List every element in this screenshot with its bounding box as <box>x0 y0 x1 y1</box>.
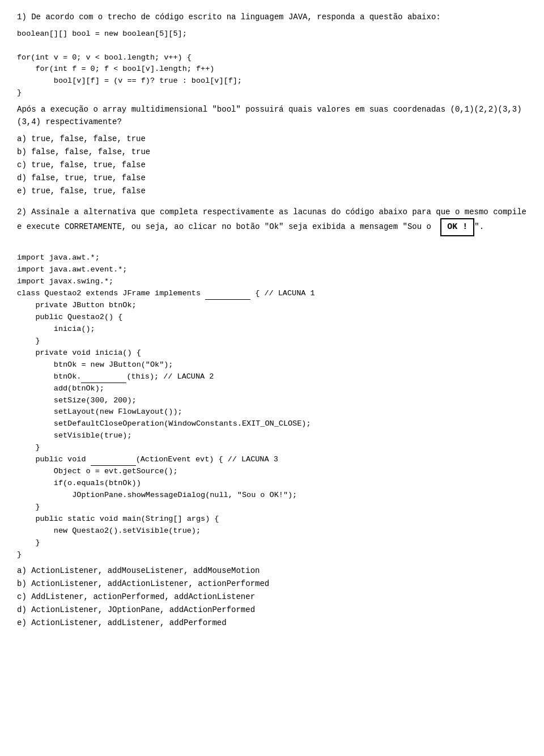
question-2-options: a) ActionListener, addMouseListener, add… <box>17 565 527 629</box>
q2-code-line-12: btnOk.(this); // LACUNA 2 <box>17 371 527 383</box>
question-2: 2) Assinale a alternativa que completa r… <box>17 206 527 630</box>
question-1-intro: 1) De acordo com o trecho de código escr… <box>17 11 527 24</box>
q2-code-line-7: public Questao2() { <box>17 312 527 324</box>
q2-code-line-1 <box>17 241 527 253</box>
question-1-option-a: a) true, false, false, true <box>17 133 527 145</box>
q2-code-line-8: inicia(); <box>17 324 527 335</box>
question-2-code: import java.awt.*; import java.awt.event… <box>17 241 527 561</box>
q2-code-line-19: public void (ActionEvent evt) { // LACUN… <box>17 454 527 466</box>
question-2-intro: 2) Assinale a alternativa que completa r… <box>17 206 527 236</box>
question-2-option-d: d) ActionListener, JOptionPane, addActio… <box>17 604 527 616</box>
q2-code-line-27: } <box>17 549 527 561</box>
q2-code-line-23: } <box>17 502 527 513</box>
code-line-blank <box>17 40 527 52</box>
q2-code-line-11: btnOk = new JButton("Ok"); <box>17 359 527 371</box>
q2-code-line-21: if(o.equals(btnOk)) <box>17 478 527 490</box>
question-1-option-c: c) true, false, true, false <box>17 159 527 171</box>
q2-code-line-14: setSize(300, 200); <box>17 395 527 407</box>
question-1-option-e: e) true, false, true, false <box>17 185 527 197</box>
q2-code-line-13: add(btnOk); <box>17 383 527 395</box>
code-line-4: bool[v][f] = (v == f)? true : bool[v][f]… <box>17 75 527 87</box>
q2-code-line-2: import java.awt.*; <box>17 252 527 264</box>
q2-code-line-17: setVisible(true); <box>17 430 527 442</box>
code-line-1: boolean[][] bool = new boolean[5][5]; <box>17 28 527 40</box>
q2-code-line-25: new Questao2().setVisible(true); <box>17 525 527 537</box>
lacuna-1-blank <box>205 292 250 300</box>
question-2-option-b: b) ActionListener, addActionListener, ac… <box>17 578 527 590</box>
question-1-text: Após a execução o array multidimensional… <box>17 104 527 128</box>
question-2-option-e: e) ActionListener, addListener, addPerfo… <box>17 617 527 629</box>
q2-code-line-10: private void inicia() { <box>17 347 527 359</box>
question-1-option-d: d) false, true, true, false <box>17 172 527 184</box>
q2-code-line-3: import java.awt.event.*; <box>17 264 527 276</box>
code-line-3: for(int f = 0; f < bool[v].length; f++) <box>17 63 527 75</box>
q2-code-line-24: public static void main(String[] args) { <box>17 513 527 525</box>
code-line-2: for(int v = 0; v < bool.length; v++) { <box>17 52 527 64</box>
ok-badge: OK ! <box>440 218 474 236</box>
q2-code-line-20: Object o = evt.getSource(); <box>17 466 527 478</box>
q2-code-line-5: class Questao2 extends JFrame implements… <box>17 288 527 300</box>
q2-code-line-26: } <box>17 537 527 549</box>
q2-code-line-15: setLayout(new FlowLayout()); <box>17 406 527 418</box>
lacuna-2-blank <box>81 375 126 383</box>
q2-code-line-22: JOptionPane.showMessageDialog(null, "Sou… <box>17 490 527 502</box>
question-1-option-b: b) false, false, false, true <box>17 146 527 158</box>
question-2-option-c: c) AddListener, actionPerformed, addActi… <box>17 591 527 603</box>
lacuna-3-blank <box>91 458 136 466</box>
code-line-5: } <box>17 87 527 99</box>
q2-code-line-9: } <box>17 335 527 347</box>
question-1-options: a) true, false, false, true b) false, fa… <box>17 133 527 197</box>
question-1-code: boolean[][] bool = new boolean[5][5]; fo… <box>17 28 527 100</box>
q2-code-line-16: setDefaultCloseOperation(WindowConstants… <box>17 418 527 430</box>
q2-code-line-18: } <box>17 442 527 454</box>
question-1: 1) De acordo com o trecho de código escr… <box>17 11 527 197</box>
q2-code-line-6: private JButton btnOk; <box>17 300 527 312</box>
question-2-option-a: a) ActionListener, addMouseListener, add… <box>17 565 527 577</box>
page-content: 1) De acordo com o trecho de código escr… <box>17 11 527 629</box>
q2-code-line-4: import javax.swing.*; <box>17 276 527 288</box>
